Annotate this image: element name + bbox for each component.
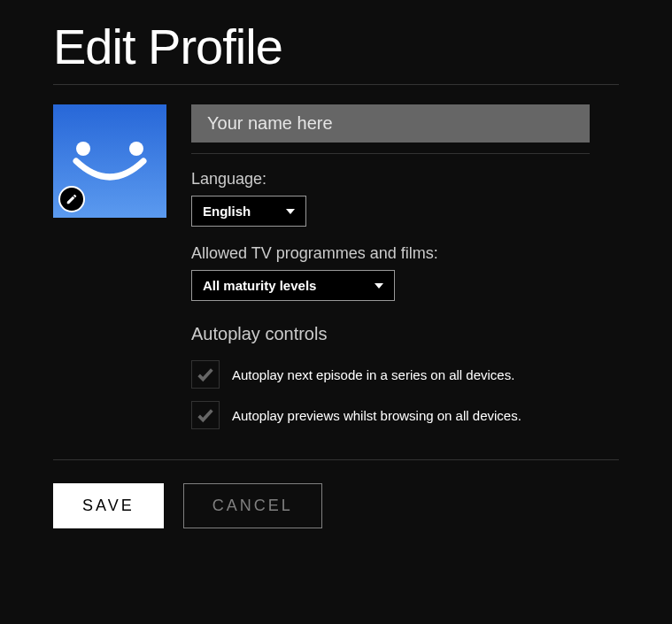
checkmark-icon <box>196 405 215 425</box>
language-dropdown[interactable]: English <box>191 196 306 227</box>
maturity-label: Allowed TV programmes and films: <box>191 244 619 263</box>
language-label: Language: <box>191 170 619 189</box>
avatar-smile <box>73 158 147 193</box>
page-title: Edit Profile <box>53 18 619 75</box>
autoplay-previews-row: Autoplay previews whilst browsing on all… <box>191 401 619 429</box>
autoplay-next-episode-row: Autoplay next episode in a series on all… <box>191 360 619 389</box>
cancel-button[interactable]: CANCEL <box>183 483 322 528</box>
caret-down-icon <box>375 283 383 289</box>
autoplay-next-episode-label: Autoplay next episode in a series on all… <box>232 367 514 382</box>
avatar-eye-right <box>129 142 143 156</box>
checkmark-icon <box>196 365 215 384</box>
avatar-eye-left <box>76 142 90 156</box>
autoplay-previews-label: Autoplay previews whilst browsing on all… <box>232 408 521 423</box>
form-column: Language: English Allowed TV programmes … <box>191 104 619 442</box>
autoplay-previews-checkbox[interactable] <box>191 401 220 429</box>
profile-body: Language: English Allowed TV programmes … <box>53 85 619 442</box>
divider-name <box>191 153 590 154</box>
autoplay-heading: Autoplay controls <box>191 324 619 344</box>
language-selected: English <box>203 204 251 219</box>
caret-down-icon <box>286 209 295 214</box>
save-button[interactable]: SAVE <box>53 483 164 528</box>
action-row: SAVE CANCEL <box>53 460 619 528</box>
autoplay-next-episode-checkbox[interactable] <box>191 360 220 389</box>
profile-name-input[interactable] <box>191 104 590 143</box>
edit-avatar-button[interactable] <box>58 186 85 212</box>
maturity-dropdown[interactable]: All maturity levels <box>191 270 395 301</box>
avatar-wrapper <box>53 104 166 218</box>
maturity-selected: All maturity levels <box>203 278 316 293</box>
pencil-icon <box>66 193 78 205</box>
